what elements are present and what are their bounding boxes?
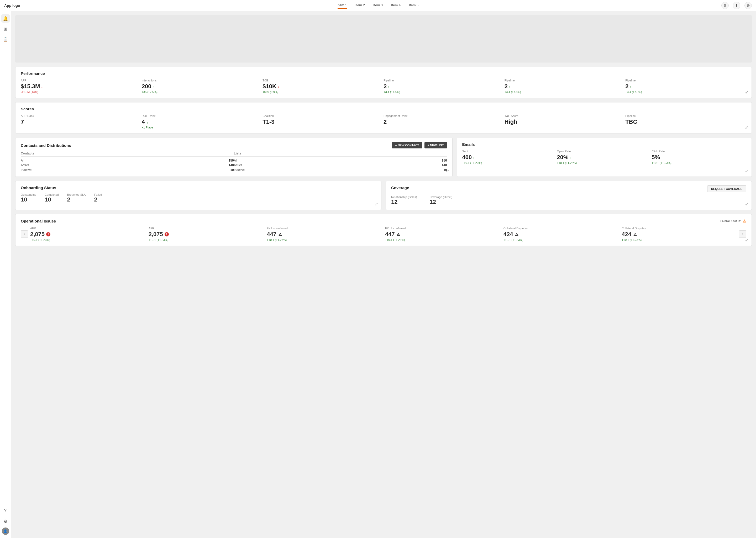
- onboarding-metrics: Outstanding 10 Completed 10 Breached SLA…: [21, 193, 376, 203]
- operational-expand-icon[interactable]: ⤢: [745, 238, 748, 242]
- lists-row-active: Active 140: [234, 163, 447, 168]
- perf-metric-0: AFR $15.3M ↓ -$1.9M (13%): [21, 79, 142, 93]
- avatar[interactable]: 👤: [2, 527, 9, 535]
- main-content: Performance AFR $15.3M ↓ -$1.9M (13%) In…: [11, 11, 756, 538]
- contacts-emails-row: Contacts and Distributions + NEW CONTACT…: [15, 138, 752, 177]
- new-list-button[interactable]: + NEW LIST: [424, 142, 447, 148]
- onboard-value-0: 10: [21, 196, 36, 203]
- perf-arrow-3: ↑: [388, 84, 390, 88]
- score-metric-3: Engagement Rank 2: [384, 114, 504, 129]
- coverage-title: Coverage: [391, 186, 409, 190]
- score-sub-1: +1 Place: [142, 126, 259, 129]
- user-icon-btn[interactable]: S: [721, 2, 729, 9]
- coverage-metric-0: Relationship (Sales) 12: [391, 195, 417, 205]
- lists-row-inactive: Inactive 10: [234, 168, 447, 172]
- nav-item-4[interactable]: Item 4: [391, 2, 401, 9]
- op-metric-label-3: FX Unconfirmed: [385, 227, 497, 230]
- download-icon-btn[interactable]: ⬇: [733, 2, 740, 9]
- coverage-value-1: 12: [429, 198, 452, 205]
- op-metric-label-0: AFR: [30, 227, 142, 230]
- perf-arrow-0: ↓: [41, 84, 43, 88]
- nav-item-5[interactable]: Item 5: [409, 2, 418, 9]
- op-metric-value-2: 447 ⚠: [267, 231, 379, 238]
- onboarding-coverage-row: Onboarding Status Outstanding 10 Complet…: [15, 181, 752, 210]
- op-metric-change-5: +10.1 (+1.23%): [622, 238, 734, 242]
- operational-title: Operational Issues: [21, 219, 56, 223]
- sidebar-settings-icon[interactable]: ⚙: [1, 517, 10, 525]
- op-error-badge-0: !: [46, 232, 50, 237]
- sidebar-help-icon[interactable]: ?: [1, 507, 10, 515]
- op-metric-change-1: +10.1 (+1.23%): [149, 238, 261, 242]
- score-label-5: Pipeline: [625, 114, 742, 117]
- score-value-0: 7: [21, 119, 138, 125]
- onboard-label-1: Completed: [45, 193, 59, 196]
- scores-expand-icon[interactable]: ⤢: [745, 125, 748, 130]
- perf-metric-2: T&E $10K ↓ +$99 (9.9%): [262, 79, 384, 93]
- sidebar-grid-icon[interactable]: ⊞: [1, 25, 10, 33]
- onboarding-title: Onboarding Status: [21, 186, 376, 190]
- op-prev-button[interactable]: ‹: [21, 230, 28, 238]
- perf-change-3: +3.4 (17.5%): [384, 90, 500, 93]
- onboard-label-3: Failed: [94, 193, 102, 196]
- onboard-metric-0: Outstanding 10: [21, 193, 36, 203]
- sidebar-bell-icon[interactable]: 🔔: [1, 14, 10, 23]
- nav-item-1[interactable]: Item 1: [338, 2, 347, 9]
- email-value-1: 20% ↑: [557, 154, 647, 161]
- email-change-1: +10.1 (+1.23%): [557, 161, 647, 164]
- nav-item-2[interactable]: Item 2: [355, 2, 365, 9]
- email-label-0: Sent: [462, 150, 553, 153]
- contacts-card: Contacts and Distributions + NEW CONTACT…: [15, 138, 452, 177]
- perf-value-5: 2 ↑: [625, 83, 742, 90]
- score-metric-0: AFR Rank 7: [21, 114, 142, 129]
- onboard-value-2: 2: [67, 196, 86, 203]
- op-next-button[interactable]: ›: [739, 230, 746, 238]
- contacts-expand-icon[interactable]: ⤢: [446, 168, 449, 173]
- onboarding-expand-icon[interactable]: ⤢: [375, 201, 378, 206]
- op-metric-label-4: Collateral Disputes: [503, 227, 616, 230]
- onboard-metric-3: Failed 2: [94, 193, 102, 203]
- emails-title: Emails: [462, 142, 746, 146]
- new-contact-button[interactable]: + NEW CONTACT: [392, 142, 422, 148]
- sidebar-clipboard-icon[interactable]: 📋: [1, 35, 10, 44]
- nav-items: Item 1 Item 2 Item 3 Item 4 Item 5: [42, 2, 714, 9]
- nav-icon-group: S ⬇ ⊕: [714, 2, 756, 9]
- email-value-2: 5% ↑: [651, 154, 742, 161]
- perf-change-1: +35 (17.5%): [142, 90, 259, 93]
- github-icon-btn[interactable]: ⊕: [744, 2, 752, 9]
- email-change-2: +10.1 (+1.23%): [651, 161, 742, 164]
- op-metric-value-5: 424 ⚠: [622, 231, 734, 238]
- perf-change-0: -$1.9M (13%): [21, 90, 138, 93]
- nav-item-3[interactable]: Item 3: [373, 2, 383, 9]
- score-metric-2: Coalition T1-3: [262, 114, 384, 129]
- score-metric-1: ROE Rank 4 ↑ +1 Place: [142, 114, 263, 129]
- onboard-label-2: Breached SLA: [67, 193, 86, 196]
- coverage-expand-icon[interactable]: ⤢: [745, 201, 748, 206]
- perf-value-4: 2 ↑: [504, 83, 621, 90]
- emails-expand-icon[interactable]: ⤢: [745, 168, 748, 173]
- emails-card: Emails Sent 400 ↑ +10.1 (+1.23%) Open Ra…: [457, 138, 752, 177]
- op-warn-badge-5: ⚠: [633, 232, 637, 237]
- op-metric-value-4: 424 ⚠: [503, 231, 616, 238]
- perf-change-2: +$99 (9.9%): [262, 90, 379, 93]
- onboard-metric-1: Completed 10: [45, 193, 59, 203]
- perf-label-2: T&E: [262, 79, 379, 82]
- sidebar-bottom: ? ⚙ 👤: [1, 507, 10, 535]
- perf-arrow-2: ↓: [277, 84, 279, 88]
- contacts-row-active: Active 140: [21, 163, 234, 168]
- performance-expand-icon[interactable]: ⤢: [745, 89, 748, 94]
- scores-title: Scores: [21, 107, 746, 111]
- perf-metric-5: Pipeline 2 ↑ +3.4 (17.5%): [625, 79, 746, 93]
- operational-metrics: AFR 2,075 ! +10.1 (+1.23%) AFR 2,075 ! +…: [30, 227, 737, 242]
- request-coverage-button[interactable]: REQUEST COVERAGE: [707, 186, 746, 192]
- score-label-0: AFR Rank: [21, 114, 138, 117]
- perf-label-1: Interactions: [142, 79, 259, 82]
- op-metric-0: AFR 2,075 ! +10.1 (+1.23%): [30, 227, 145, 242]
- contacts-body: Contacts All 150 Active 140 Inactive 10: [21, 152, 447, 172]
- overall-status: Overall Status: ⚠: [720, 219, 746, 224]
- op-metric-2: FX Unconfirmed 447 ⚠ +10.1 (+1.23%): [263, 227, 382, 242]
- perf-label-5: Pipeline: [625, 79, 742, 82]
- coverage-card: Coverage REQUEST COVERAGE Relationship (…: [386, 181, 752, 210]
- score-label-3: Engagement Rank: [384, 114, 500, 117]
- perf-label-0: AFR: [21, 79, 138, 82]
- score-label-4: T&E Score: [504, 114, 621, 117]
